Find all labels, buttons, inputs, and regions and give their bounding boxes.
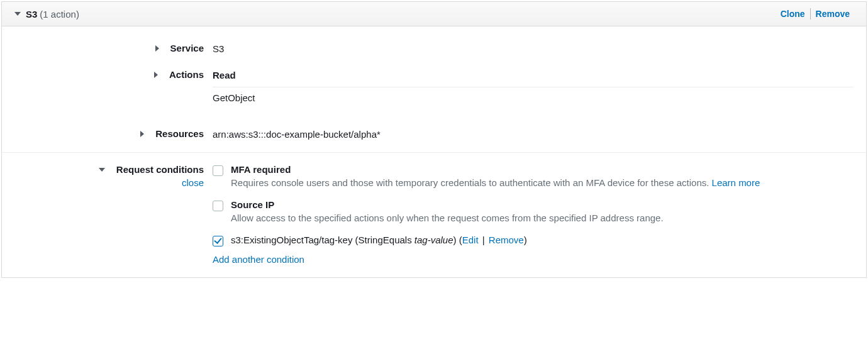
caret-right-icon bbox=[155, 45, 159, 52]
custom-remove-link[interactable]: Remove bbox=[489, 235, 524, 245]
custom-edit-link[interactable]: Edit bbox=[462, 235, 479, 245]
custom-condition-text: s3:ExistingObjectTag/tag-key (StringEqua… bbox=[231, 235, 854, 245]
actions-group-heading: Read bbox=[213, 70, 854, 83]
mfa-desc-text: Requires console users and those with te… bbox=[231, 177, 709, 188]
condition-custom: s3:ExistingObjectTag/tag-key (StringEqua… bbox=[213, 235, 854, 246]
header-action-count: (1 action) bbox=[40, 9, 79, 19]
caret-right-icon bbox=[140, 131, 144, 137]
custom-operator: StringEquals bbox=[359, 235, 415, 245]
condition-mfa: MFA required Requires console users and … bbox=[213, 164, 854, 188]
mfa-desc: Requires console users and those with te… bbox=[231, 177, 854, 188]
action-item: GetObject bbox=[213, 92, 854, 103]
condition-source-ip: Source IP Allow access to the specified … bbox=[213, 199, 854, 223]
actions-row: Actions Read GetObject bbox=[14, 63, 854, 122]
panel-body: Service S3 Actions Read GetObject Resour… bbox=[2, 26, 866, 277]
custom-value: tag-value bbox=[415, 235, 453, 245]
pipe-separator: | bbox=[480, 235, 487, 245]
service-label-col[interactable]: Service bbox=[14, 43, 213, 53]
mfa-checkbox[interactable] bbox=[213, 165, 223, 176]
policy-statement-panel: S3 (1 action) Clone Remove Service S3 Ac… bbox=[1, 1, 867, 278]
source-ip-desc: Allow access to the specified actions on… bbox=[231, 213, 854, 223]
actions-divider bbox=[213, 87, 854, 87]
resources-value: arn:aws:s3:::doc-example-bucket/alpha* bbox=[213, 128, 854, 140]
resources-label-col[interactable]: Resources bbox=[14, 128, 213, 139]
service-row: Service S3 bbox=[14, 36, 854, 63]
caret-right-icon bbox=[154, 72, 158, 78]
mfa-title: MFA required bbox=[231, 164, 854, 175]
service-label: Service bbox=[170, 43, 204, 53]
resources-row: Resources arn:aws:s3:::doc-example-bucke… bbox=[14, 122, 854, 152]
caret-down-icon bbox=[99, 168, 105, 172]
conditions-label: Request conditions bbox=[116, 164, 204, 175]
header-service-name: S3 bbox=[26, 9, 37, 19]
custom-condition-checkbox[interactable] bbox=[213, 236, 223, 246]
paren-close-open: ) ( bbox=[453, 235, 462, 245]
source-ip-checkbox[interactable] bbox=[213, 201, 223, 211]
caret-down-icon bbox=[14, 12, 21, 16]
add-another-condition-link[interactable]: Add another condition bbox=[213, 254, 854, 265]
panel-header: S3 (1 action) Clone Remove bbox=[2, 2, 866, 26]
clone-button[interactable]: Clone bbox=[776, 9, 810, 19]
custom-key: s3:ExistingObjectTag/tag-key bbox=[231, 235, 352, 245]
request-conditions-row: Request conditions close MFA required Re… bbox=[14, 153, 854, 265]
conditions-label-col[interactable]: Request conditions bbox=[99, 164, 204, 175]
resources-label: Resources bbox=[155, 128, 204, 139]
mfa-learn-more-link[interactable]: Learn more bbox=[712, 177, 760, 188]
paren-open: ( bbox=[352, 235, 358, 245]
panel-header-left[interactable]: S3 (1 action) bbox=[14, 9, 776, 19]
service-value: S3 bbox=[213, 43, 854, 54]
source-ip-title: Source IP bbox=[231, 199, 854, 210]
conditions-close-link[interactable]: close bbox=[182, 177, 204, 188]
paren-close: ) bbox=[524, 235, 527, 245]
actions-label-col[interactable]: Actions bbox=[14, 69, 213, 80]
remove-button[interactable]: Remove bbox=[811, 9, 855, 19]
actions-label: Actions bbox=[169, 69, 204, 80]
